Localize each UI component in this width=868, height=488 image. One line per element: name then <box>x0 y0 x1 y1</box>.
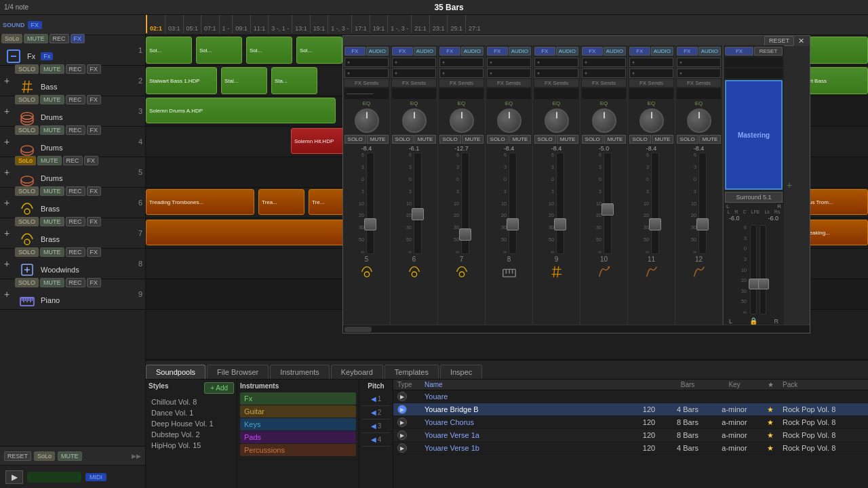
pitch-play-4[interactable]: ◀ <box>371 436 376 443</box>
tab-templates[interactable]: Templates <box>384 365 439 379</box>
track-8-rec[interactable]: REC <box>66 247 85 257</box>
master-dropdown2[interactable] <box>725 68 783 78</box>
ch12-fader-handle[interactable] <box>696 218 709 230</box>
ch6-audio-btn[interactable]: AUDIO <box>414 47 436 56</box>
mixer-scrollbar[interactable] <box>343 325 810 333</box>
track-4-fx[interactable]: FX <box>87 125 102 135</box>
clip-2-1[interactable]: Stalwart Bass 1.HDP <box>146 67 217 94</box>
ch9-dropdown2[interactable]: ▾ <box>534 68 578 78</box>
track-7-fx[interactable]: FX <box>87 217 102 226</box>
track-2-fx[interactable]: FX <box>87 64 102 74</box>
ch5-knob[interactable] <box>355 108 379 133</box>
tab-keyboard[interactable]: Keyboard <box>331 365 383 379</box>
instr-item-perc[interactable]: Percussions <box>240 444 356 456</box>
add-channel-btn[interactable]: + <box>784 45 795 325</box>
master-fx-btn[interactable]: FX <box>725 47 753 56</box>
track-2-rec[interactable]: REC <box>66 64 85 74</box>
ch8-knob[interactable] <box>497 108 521 133</box>
ch5-fx-btn[interactable]: FX <box>344 47 366 56</box>
ch6-dropdown[interactable]: ▾ <box>392 58 436 67</box>
ch10-solo-btn[interactable]: SOLO <box>582 135 604 144</box>
content-row-3[interactable]: ▶ Youare Chorus 120 8 Bars a-minor ★ Roc… <box>393 416 868 429</box>
ch7-fx-btn[interactable]: FX <box>439 47 460 56</box>
track-8-mute[interactable]: MUTE <box>40 247 64 257</box>
ch6-solo-btn[interactable]: SOLO <box>392 135 414 144</box>
track-8-add[interactable]: + <box>0 258 14 269</box>
master-fader-r-handle[interactable] <box>758 279 769 289</box>
mixer-reset-btn[interactable]: RESET <box>764 36 794 46</box>
ch5-dropdown2[interactable]: ▾ <box>344 68 389 78</box>
ch10-audio-btn[interactable]: AUDIO <box>604 47 626 56</box>
mastering-button[interactable]: Mastering <box>725 80 783 190</box>
row3-play[interactable]: ▶ <box>397 418 407 427</box>
ch5-dropdown[interactable]: ▾ <box>344 58 389 67</box>
ch8-audio-btn[interactable]: AUDIO <box>509 47 531 56</box>
ch10-fx-btn[interactable]: FX <box>582 47 603 56</box>
track-8-fx[interactable]: FX <box>87 247 102 257</box>
track-8-solo[interactable]: SOLO <box>15 247 39 257</box>
tab-file-browser[interactable]: File Browser <box>207 365 269 379</box>
ch12-audio-btn[interactable]: AUDIO <box>698 47 721 56</box>
ch5-audio-btn[interactable]: AUDIO <box>366 47 389 56</box>
ch11-mute-btn[interactable]: MUTE <box>652 135 674 144</box>
clip-2-3[interactable]: Sta... <box>271 67 317 94</box>
ch12-solo-btn[interactable]: SOLO <box>677 135 698 144</box>
ch5-fader-handle[interactable] <box>364 218 376 230</box>
ch11-fader-handle[interactable] <box>649 218 661 230</box>
track-6-solo[interactable]: SOLO <box>15 186 39 196</box>
track-1-fx[interactable]: FX <box>71 34 85 43</box>
ch7-dropdown2[interactable]: ▾ <box>439 68 484 78</box>
track-3-solo[interactable]: SOLO <box>15 95 39 104</box>
instr-item-keys[interactable]: Keys <box>240 418 356 430</box>
ch7-dropdown[interactable]: ▾ <box>439 58 484 67</box>
ch8-fx-btn[interactable]: FX <box>487 47 508 56</box>
ch10-fader-handle[interactable] <box>601 203 614 216</box>
track-9-rec[interactable]: REC <box>66 278 85 287</box>
ch8-mute-btn[interactable]: MUTE <box>509 135 532 144</box>
styles-add-btn[interactable]: + Add <box>204 382 234 394</box>
ch11-audio-btn[interactable]: AUDIO <box>651 47 673 56</box>
row4-play[interactable]: ▶ <box>397 430 407 440</box>
content-row-4[interactable]: ▶ Youare Verse 1a 120 8 Bars a-minor ★ R… <box>393 429 868 442</box>
track-1-solo[interactable]: SoLo <box>1 34 22 43</box>
ch9-knob[interactable] <box>545 108 569 133</box>
track-4-rec[interactable]: REC <box>66 125 85 135</box>
ch6-fx-btn[interactable]: FX <box>392 47 413 56</box>
track-9-add[interactable]: + <box>0 289 14 300</box>
ch8-fader-handle[interactable] <box>507 218 519 230</box>
content-row-5[interactable]: ▶ Youare Verse 1b 120 4 Bars a-minor ★ R… <box>393 442 868 455</box>
master-reset-btn[interactable]: RESET <box>754 47 783 56</box>
track-7-rec[interactable]: REC <box>66 217 85 226</box>
ch5-mute-btn[interactable]: MUTE <box>367 135 389 144</box>
ch7-audio-btn[interactable]: AUDIO <box>461 47 484 56</box>
ch9-fx-btn[interactable]: FX <box>534 47 555 56</box>
ch10-dropdown[interactable]: ▾ <box>582 58 626 67</box>
master-dropdown1[interactable] <box>725 58 783 67</box>
track-5-solo[interactable]: SoLo <box>15 156 36 165</box>
ch10-knob[interactable] <box>592 108 616 133</box>
clip-6-2[interactable]: Trea... <box>258 189 304 215</box>
style-item-3[interactable]: Deep House Vol. 1 <box>149 418 234 429</box>
ch6-knob[interactable] <box>402 108 427 133</box>
row5-play[interactable]: ▶ <box>397 443 407 453</box>
ch12-fx-btn[interactable]: FX <box>677 47 698 56</box>
track-9-solo[interactable]: SOLO <box>15 278 39 287</box>
ch7-solo-btn[interactable]: SOLO <box>439 135 461 144</box>
track-9-mute[interactable]: MUTE <box>40 278 64 287</box>
ch10-dropdown2[interactable]: ▾ <box>582 68 626 78</box>
ch9-fader-handle[interactable] <box>554 218 566 230</box>
tab-soundpools[interactable]: Soundpools <box>146 365 205 379</box>
ch11-knob[interactable] <box>639 108 664 133</box>
pitch-play-3[interactable]: ◀ <box>371 422 376 430</box>
clip-6-1[interactable]: Treading Trombones... <box>146 189 254 215</box>
ch11-dropdown[interactable]: ▾ <box>629 58 673 67</box>
track-3-fx[interactable]: FX <box>87 95 102 104</box>
ch7-fader-handle[interactable] <box>459 228 471 241</box>
clip-1-3[interactable]: Sol... <box>246 37 292 64</box>
instr-item-pads[interactable]: Pads <box>240 431 356 443</box>
track-3-add[interactable]: + <box>0 106 14 117</box>
track-7-solo[interactable]: SOLO <box>15 217 39 226</box>
ch9-audio-btn[interactable]: AUDIO <box>556 47 578 56</box>
style-item-1[interactable]: Chillout Vol. 8 <box>149 396 234 407</box>
ch9-dropdown[interactable]: ▾ <box>534 58 578 67</box>
